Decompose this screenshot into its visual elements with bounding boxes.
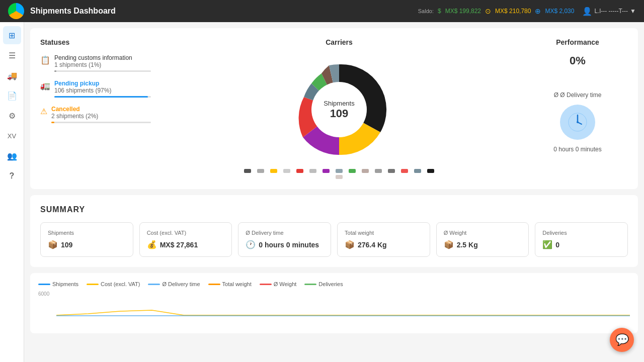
top-header: Shipments Dashboard Saldo: $ MX$ 199,822… — [0, 0, 644, 22]
legend-dot-9 — [349, 169, 356, 173]
chat-button[interactable]: 💬 — [610, 328, 634, 352]
deliveries-value: ✅ 0 — [542, 240, 620, 249]
shipments-icon: 📦 — [48, 240, 58, 249]
legend-item-5 — [296, 169, 303, 173]
pickup-icon: 🚛 — [40, 81, 50, 90]
legend-dot-7 — [323, 169, 330, 173]
summary-title: SUMMARY — [40, 205, 628, 214]
legend-item-1 — [244, 169, 251, 173]
avg-weight-value: 📦 2.5 Kg — [444, 240, 522, 249]
legend-dot-2 — [257, 169, 264, 173]
sidebar: ⊞ ☰ 🚚 📄 ⚙ XV 👥 ? — [0, 22, 24, 362]
legend-item-12 — [388, 169, 395, 173]
delivery-time-label: Ø Ø Delivery time — [554, 92, 602, 99]
customs-bar-fill — [54, 70, 56, 72]
list-icon: ☰ — [9, 51, 16, 60]
cost-icon: 💰 — [147, 240, 157, 249]
chart-legend-total-weight: Total weight — [208, 281, 252, 287]
legend-item-7 — [323, 169, 330, 173]
cost-value: 💰 MX$ 27,861 — [147, 240, 225, 249]
shipments-label: Shipments — [48, 230, 126, 236]
sidebar-item-key[interactable]: XV — [3, 127, 21, 145]
legend-dot-6 — [309, 169, 316, 173]
user-menu[interactable]: 👤 L.l--- -----T--- ▼ — [582, 7, 636, 16]
customs-count: 1 shipments (1%) — [54, 61, 151, 68]
donut-center-text: Shipments 109 — [324, 100, 354, 120]
cancelled-bar — [51, 122, 151, 123]
user-name: L.l--- -----T--- — [594, 8, 628, 15]
saldo-blue-value: MX$ 2,030 — [545, 8, 574, 15]
chart-legend-deliveries: Deliveries — [304, 281, 343, 287]
legend-dot-14 — [414, 169, 421, 173]
chart-label-deliveries: Deliveries — [318, 281, 343, 287]
shipments-value: 📦 109 — [48, 240, 126, 249]
delivery-time-value: 0 hours 0 minutes — [553, 146, 601, 153]
legend-item-4 — [283, 169, 290, 173]
sidebar-item-users[interactable]: 👥 — [3, 147, 21, 165]
sidebar-item-settings[interactable]: ⚙ — [3, 107, 21, 125]
chart-legend-row: Shipments Cost (excl. VAT) Ø Delivery ti… — [38, 281, 630, 287]
legend-dot-10 — [362, 169, 369, 173]
document-icon: 📄 — [7, 91, 17, 101]
summary-section: SUMMARY Shipments 📦 109 Cost (excl. VAT)… — [30, 195, 638, 267]
cost-label: Cost (excl. VAT) — [147, 230, 225, 236]
avg-weight-icon: 📦 — [444, 240, 454, 249]
saldo-label: Saldo: — [418, 8, 434, 14]
chart-svg — [56, 291, 630, 316]
legend-dot-8 — [336, 169, 343, 173]
saldo-blue-icon: ⊕ — [535, 7, 541, 15]
legend-item-13 — [401, 169, 408, 173]
legend-dot-1 — [244, 169, 251, 173]
sidebar-item-dashboard[interactable]: ⊞ — [3, 26, 21, 44]
legend-item-6 — [309, 169, 316, 173]
summary-card-avg-weight: Ø Weight 📦 2.5 Kg — [436, 222, 529, 257]
cancelled-bar-fill — [51, 122, 54, 123]
statuses-title: Statuses — [40, 38, 151, 46]
legend-item-10 — [362, 169, 369, 173]
cancelled-count: 2 shipments (2%) — [51, 113, 151, 120]
donut-chart: Shipments 109 — [284, 54, 394, 165]
user-avatar-icon: 👤 — [582, 7, 592, 16]
customs-name: Pending customs information — [54, 54, 151, 61]
saldo-green-icon: $ — [438, 8, 441, 15]
chart-y-label: 6000 — [38, 291, 49, 297]
help-icon: ? — [10, 171, 15, 180]
settings-icon: ⚙ — [9, 111, 16, 121]
users-icon: 👥 — [7, 151, 17, 161]
clock-icon — [560, 105, 595, 140]
chart-legend-cost: Cost (excl. VAT) — [87, 281, 140, 287]
legend-dot-16 — [336, 175, 343, 179]
legend-dot-15 — [427, 169, 434, 173]
sidebar-item-document[interactable]: 📄 — [3, 86, 21, 105]
legend-item-2 — [257, 169, 264, 173]
performance-column: Performance 0% Ø Ø Delivery time 0 hours… — [527, 38, 628, 179]
chart-label-shipments: Shipments — [52, 281, 78, 287]
sidebar-item-truck[interactable]: 🚚 — [3, 66, 21, 84]
sidebar-item-list[interactable]: ☰ — [3, 46, 21, 64]
performance-percent: 0% — [570, 54, 586, 67]
delivery-icon: 🕐 — [246, 240, 256, 249]
total-weight-value: 📦 276.4 Kg — [345, 240, 423, 249]
legend-dot-4 — [283, 169, 290, 173]
legend-dot-5 — [296, 169, 303, 173]
pickup-name: Pending pickup — [54, 80, 151, 87]
saldo-green-value: MX$ 199,822 — [445, 8, 481, 15]
chart-line-total-weight — [208, 284, 220, 285]
top-section: Statuses 📋 Pending customs information 1… — [30, 28, 638, 189]
chart-legend-avg-weight: Ø Weight — [260, 281, 297, 287]
chart-label-cost: Cost (excl. VAT) — [101, 281, 140, 287]
legend-item-15 — [427, 169, 434, 173]
deliveries-label: Deliveries — [542, 230, 620, 236]
legend-dot-12 — [388, 169, 395, 173]
customs-icon: 📋 — [40, 55, 50, 65]
chart-label-delivery: Ø Delivery time — [162, 281, 200, 287]
status-cancelled: ⚠ Cancelled 2 shipments (2%) — [40, 106, 151, 123]
dropdown-icon: ▼ — [630, 8, 636, 15]
pickup-info: Pending pickup 106 shipments (97%) — [54, 80, 151, 98]
sidebar-item-help[interactable]: ? — [3, 167, 21, 185]
cancelled-icon: ⚠ — [40, 107, 47, 116]
legend-item-11 — [375, 169, 382, 173]
cancelled-info: Cancelled 2 shipments (2%) — [51, 106, 151, 123]
carriers-title: Carriers — [326, 38, 353, 46]
saldo-yellow-icon: ⊙ — [485, 7, 491, 15]
